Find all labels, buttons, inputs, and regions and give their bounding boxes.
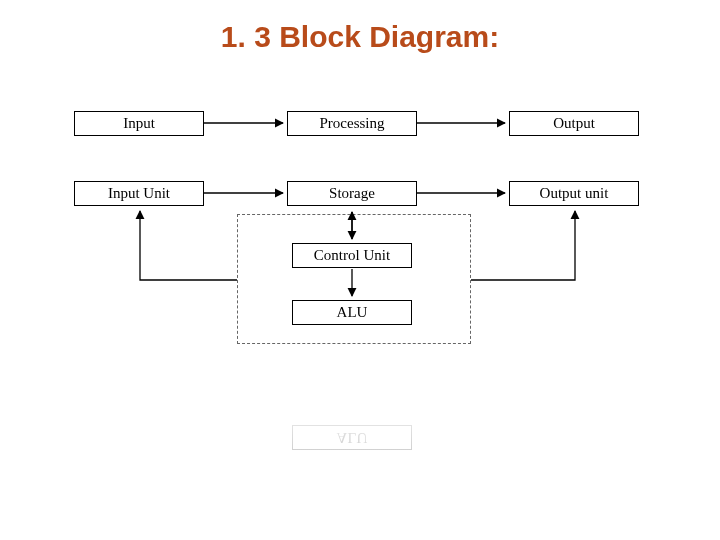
block-output-unit: Output unit [509, 181, 639, 206]
reflection-decoration: ALU [292, 390, 412, 450]
block-input: Input [74, 111, 204, 136]
block-storage: Storage [287, 181, 417, 206]
block-alu: ALU [292, 300, 412, 325]
block-control-unit: Control Unit [292, 243, 412, 268]
block-input-unit: Input Unit [74, 181, 204, 206]
block-output: Output [509, 111, 639, 136]
block-processing: Processing [287, 111, 417, 136]
page-title: 1. 3 Block Diagram: [0, 20, 720, 54]
